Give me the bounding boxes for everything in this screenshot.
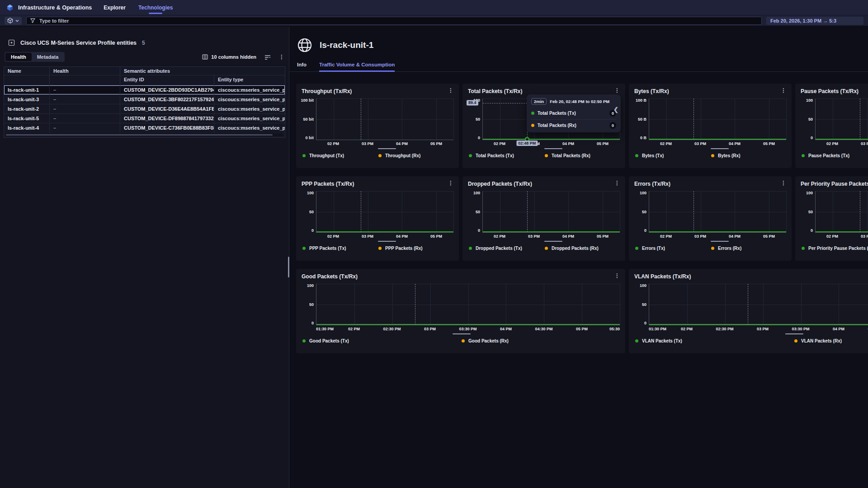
legend-item[interactable]: Throughput (Rx) — [377, 153, 453, 158]
table-menu-icon[interactable]: ⋮ — [279, 55, 284, 59]
view-tab-metadata[interactable]: Metadata — [32, 53, 64, 61]
chart-scroll-indicator[interactable] — [316, 239, 453, 243]
x-tick-label: 04 PM — [562, 141, 574, 146]
plot-area[interactable] — [316, 284, 620, 325]
columns-hidden-button[interactable]: 10 columns hidden — [202, 54, 256, 60]
column-header-health[interactable]: Health — [49, 67, 120, 75]
table-row[interactable]: ls-rack-unit-4 – CUSTOM_DEVICE-C736FB0E8… — [4, 123, 285, 132]
plot-area[interactable] — [815, 99, 868, 140]
chevron-left-icon[interactable]: ❮ — [613, 106, 618, 113]
gridline — [786, 99, 787, 140]
chart-scroll-indicator[interactable] — [815, 239, 868, 243]
chart-legend: Dropped Packets (Tx)Dropped Packets (Rx) — [468, 246, 620, 251]
x-tick-label: 05 PM — [763, 141, 775, 146]
display-settings-icon[interactable] — [264, 54, 271, 60]
x-tick-label: 02 PM — [327, 234, 339, 239]
gridline — [735, 191, 735, 232]
chart-menu-icon[interactable]: ⋮ — [614, 88, 620, 93]
globe-icon — [297, 38, 312, 53]
legend-item[interactable]: Good Packets (Tx) — [302, 338, 461, 343]
legend-label: Per Priority Pause Packets (Tx) — [808, 246, 868, 251]
chart-menu-icon[interactable]: ⋮ — [614, 273, 620, 278]
chart-menu-icon[interactable]: ⋮ — [781, 88, 786, 93]
chart-legend: Throughput (Tx)Throughput (Rx) — [302, 153, 453, 158]
nav-tab-technologies[interactable]: Technologies — [137, 0, 174, 15]
table-row[interactable]: ls-rack-unit-5 – CUSTOM_DEVICE-DF8988784… — [4, 113, 285, 123]
chart-title: Pause Packets (Tx/Rx) — [801, 88, 868, 94]
plot-area[interactable] — [482, 191, 620, 233]
x-axis-labels: 02 PM03 PM04 PM05 PM — [316, 234, 453, 239]
legend-item[interactable]: Bytes (Tx) — [634, 153, 710, 158]
legend-item[interactable]: PPP Packets (Tx) — [302, 246, 377, 251]
chart-card: Per Priority Pause Packets (Tx/Rx) ⋮ 100… — [795, 176, 868, 261]
column-header-entity-id[interactable]: Entity ID — [120, 75, 214, 85]
tab-traffic-volume[interactable]: Traffic Volume & Consumption — [319, 62, 395, 71]
cell-entity-type: ciscoucs:mseries_service_pro — [214, 85, 285, 95]
gridline — [620, 284, 620, 325]
x-tick-label: 02 PM — [681, 327, 693, 331]
tooltip-series-row: Total Packets (Tx)0 — [531, 108, 616, 117]
scrollbar-thumb[interactable] — [6, 134, 273, 136]
y-tick-label: 100 — [640, 284, 646, 288]
legend-item[interactable]: Total Packets (Rx) — [544, 153, 620, 158]
tooltip-time-range: Feb 20, 02:48 PM to 02:50 PM — [550, 99, 609, 104]
legend-item[interactable]: Dropped Packets (Tx) — [468, 246, 544, 251]
legend-item[interactable]: Good Packets (Rx) — [461, 338, 620, 343]
gridline — [839, 284, 839, 325]
horizontal-scrollbar[interactable] — [5, 134, 283, 136]
tab-info[interactable]: Info — [297, 62, 307, 71]
gridline — [666, 191, 667, 232]
chart-scroll-indicator[interactable] — [649, 147, 786, 150]
table-row[interactable]: ls-rack-unit-2 – CUSTOM_DEVICE-D36E4AE8B… — [4, 104, 285, 113]
chart-menu-icon[interactable]: ⋮ — [781, 181, 786, 185]
legend-item[interactable]: Errors (Rx) — [710, 246, 786, 251]
table-row[interactable]: ls-rack-unit-3 – CUSTOM_DEVICE-3BF802217… — [4, 94, 285, 104]
entity-scope-button[interactable] — [5, 17, 22, 25]
chart-menu-icon[interactable]: ⋮ — [448, 88, 453, 93]
plot-area[interactable] — [316, 191, 453, 233]
plot-area[interactable] — [649, 191, 786, 233]
plot-area[interactable] — [649, 284, 868, 325]
legend-label: Dropped Packets (Rx) — [552, 246, 599, 251]
chart-scroll-indicator[interactable] — [649, 332, 868, 335]
table-row[interactable]: ls-rack-unit-1 – CUSTOM_DEVICE-2BDD93DC1… — [4, 85, 285, 94]
crosshair-line — [361, 191, 361, 232]
series-line-tx — [649, 139, 786, 140]
y-tick-label: 100 — [473, 191, 480, 195]
chart-scroll-indicator[interactable] — [482, 239, 620, 243]
view-tab-health[interactable]: Health — [5, 53, 32, 61]
chart-scroll-indicator[interactable] — [815, 147, 868, 150]
chart-menu-icon[interactable]: ⋮ — [614, 181, 620, 185]
legend-item[interactable]: Bytes (Rx) — [710, 153, 786, 158]
plot-area[interactable] — [649, 99, 786, 140]
chart-menu-icon[interactable]: ⋮ — [448, 181, 453, 185]
chart-scroll-indicator[interactable] — [316, 147, 453, 150]
legend-item[interactable]: VLAN Packets (Rx) — [793, 338, 868, 343]
column-header-name[interactable]: Name — [4, 67, 49, 75]
column-header-entity-type[interactable]: Entity type — [214, 75, 285, 85]
legend-item[interactable]: Pause Packets (Tx) — [801, 153, 868, 158]
x-axis-labels: 02 PM03 PM04 PM05 PM — [649, 141, 786, 147]
legend-item[interactable]: VLAN Packets (Tx) — [634, 338, 793, 343]
plot-area[interactable] — [316, 99, 453, 140]
legend-item[interactable]: PPP Packets (Rx) — [377, 246, 453, 251]
legend-item[interactable]: Dropped Packets (Rx) — [544, 246, 620, 251]
legend-item[interactable]: Total Packets (Tx) — [468, 153, 544, 158]
chart-scroll-indicator[interactable] — [482, 147, 620, 150]
timeframe-button[interactable]: Feb 20, 2026, 1:30 PM → 5:3 — [766, 17, 863, 25]
series-line-tx — [649, 324, 868, 325]
y-axis-labels: 100500 — [801, 99, 815, 140]
plot-area[interactable] — [815, 191, 868, 233]
legend-item[interactable]: Errors (Tx) — [634, 246, 710, 251]
chart-scroll-indicator[interactable] — [649, 239, 786, 243]
gridline — [867, 191, 868, 232]
panel-resize-handle[interactable] — [288, 257, 289, 277]
legend-color-dot — [711, 247, 714, 250]
nav-tab-explorer[interactable]: Explorer — [103, 0, 127, 15]
chart-scroll-indicator[interactable] — [316, 332, 620, 335]
gridline — [354, 284, 355, 325]
x-tick-label: 04 PM — [833, 327, 844, 331]
legend-item[interactable]: Throughput (Tx) — [302, 153, 377, 158]
filter-input[interactable] — [38, 18, 758, 24]
legend-item[interactable]: Per Priority Pause Packets (Tx) — [801, 246, 868, 251]
